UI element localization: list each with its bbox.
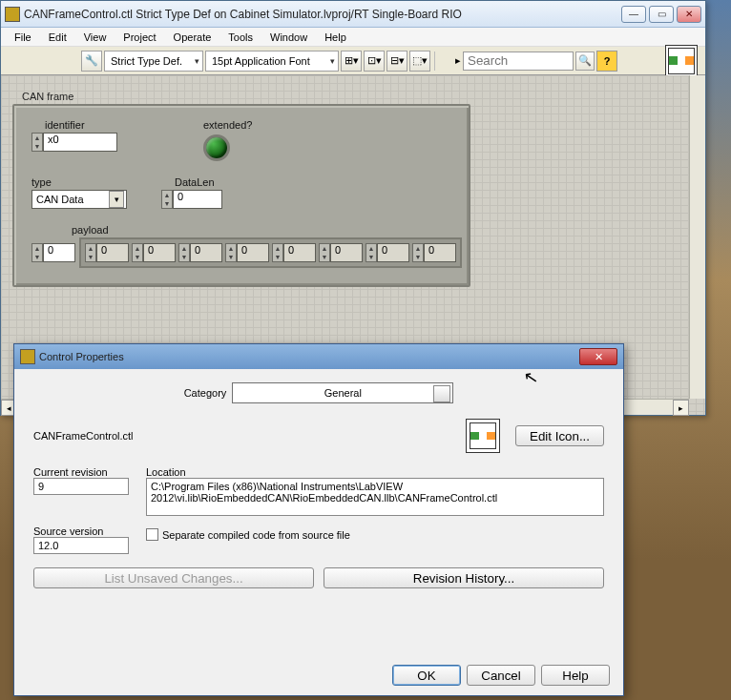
menu-help[interactable]: Help <box>317 30 354 45</box>
maximize-button[interactable]: ▭ <box>649 6 674 23</box>
payload-cell-0[interactable]: 0 <box>96 243 129 262</box>
datalen-spinner[interactable]: ▲▼ <box>161 190 173 209</box>
payload-cell-spinner-4[interactable]: ▲▼ <box>272 243 283 262</box>
menu-window[interactable]: Window <box>262 30 315 45</box>
vi-icon[interactable] <box>665 45 698 77</box>
separate-compiled-label: Separate compiled code from source file <box>162 529 350 541</box>
cluster-label: CAN frame <box>22 91 705 102</box>
app-icon <box>5 7 20 22</box>
payload-cell-6[interactable]: 0 <box>377 243 409 262</box>
category-selector[interactable]: General ▼ <box>232 382 453 403</box>
properties-dialog: Control Properties ✕ ↖ Category General … <box>13 343 624 696</box>
extended-field: extended? <box>203 119 252 161</box>
menu-tools[interactable]: Tools <box>220 30 261 45</box>
search-icon[interactable]: 🔍 <box>575 51 595 71</box>
identifier-field: identifier ▲▼ x0 <box>31 119 117 152</box>
typedef-label: Strict Type Def. <box>111 55 182 67</box>
font-selector[interactable]: 15pt Application Font <box>205 51 339 72</box>
payload-cell-spinner-5[interactable]: ▲▼ <box>319 243 330 262</box>
distribute-button[interactable]: ⊡▾ <box>364 51 385 72</box>
dialog-title-bar[interactable]: Control Properties ✕ <box>14 344 623 369</box>
type-label: type <box>31 176 127 188</box>
category-value: General <box>324 387 362 399</box>
type-field: type CAN Data <box>31 176 127 209</box>
category-label: Category <box>184 387 227 399</box>
extended-label: extended? <box>203 119 252 131</box>
extended-led[interactable] <box>203 134 230 161</box>
menu-view[interactable]: View <box>76 30 115 45</box>
menu-file[interactable]: File <box>7 30 39 45</box>
identifier-spinner[interactable]: ▲▼ <box>31 133 43 152</box>
type-combo[interactable]: CAN Data <box>31 190 127 209</box>
help-button[interactable]: Help <box>541 665 610 686</box>
context-help-button[interactable]: ? <box>596 51 617 72</box>
font-label: 15pt Application Font <box>212 55 310 67</box>
revision-history-button[interactable]: Revision History... <box>324 567 604 588</box>
revision-value: 9 <box>33 478 129 495</box>
dialog-title: Control Properties <box>39 351 579 362</box>
reorder-button[interactable]: ⬚▾ <box>409 51 430 72</box>
search-input[interactable] <box>463 51 574 71</box>
payload-field: payload ▲▼ 0 ▲▼0 ▲▼0 ▲▼0 ▲▼0 ▲▼0 ▲▼0 <box>31 224 451 268</box>
dialog-close-button[interactable]: ✕ <box>579 348 617 365</box>
vi-icon-preview <box>466 419 500 453</box>
window-title: CANFrameControl.ctl Strict Type Def on C… <box>24 8 621 21</box>
datalen-input[interactable]: 0 <box>173 190 222 209</box>
payload-cell-4[interactable]: 0 <box>283 243 316 262</box>
source-version-label: Source version <box>33 525 129 537</box>
payload-cell-spinner-1[interactable]: ▲▼ <box>132 243 143 262</box>
minimize-button[interactable]: — <box>621 6 646 23</box>
toolbar: 🔧 Strict Type Def. 15pt Application Font… <box>1 47 705 75</box>
menu-edit[interactable]: Edit <box>41 30 74 45</box>
vertical-scrollbar[interactable] <box>689 75 705 399</box>
can-frame-cluster[interactable]: identifier ▲▼ x0 extended? type CAN <box>12 104 470 287</box>
payload-cell-7[interactable]: 0 <box>424 243 456 262</box>
edit-mode-button[interactable]: 🔧 <box>81 51 102 72</box>
location-label: Location <box>146 466 604 478</box>
ok-button[interactable]: OK <box>392 665 461 686</box>
payload-cell-1[interactable]: 0 <box>143 243 176 262</box>
edit-icon-button[interactable]: Edit Icon... <box>515 425 604 446</box>
payload-cell-spinner-0[interactable]: ▲▼ <box>85 243 96 262</box>
payload-cell-spinner-2[interactable]: ▲▼ <box>178 243 190 262</box>
title-bar[interactable]: CANFrameControl.ctl Strict Type Def on C… <box>1 1 705 28</box>
separate-compiled-checkbox[interactable]: Separate compiled code from source file <box>146 528 604 541</box>
payload-cell-spinner-7[interactable]: ▲▼ <box>412 243 424 262</box>
payload-label: payload <box>72 224 451 236</box>
list-unsaved-button: List Unsaved Changes... <box>33 567 314 588</box>
payload-array[interactable]: ▲▼0 ▲▼0 ▲▼0 ▲▼0 ▲▼0 ▲▼0 ▲▼0 ▲▼0 <box>79 237 462 268</box>
align-button[interactable]: ⊞▾ <box>341 51 362 72</box>
menu-project[interactable]: Project <box>115 30 163 45</box>
location-value: C:\Program Files (x86)\National Instrume… <box>146 478 604 516</box>
typedef-selector[interactable]: Strict Type Def. <box>104 51 203 72</box>
close-button[interactable]: ✕ <box>677 6 701 23</box>
resize-button[interactable]: ⊟▾ <box>386 51 407 72</box>
menu-bar: File Edit View Project Operate Tools Win… <box>1 28 705 47</box>
payload-cell-3[interactable]: 0 <box>237 243 269 262</box>
checkbox-icon <box>146 528 158 541</box>
dialog-app-icon <box>20 349 35 364</box>
payload-index[interactable]: 0 <box>43 243 75 262</box>
payload-index-spinner[interactable]: ▲▼ <box>31 243 43 262</box>
type-value: CAN Data <box>36 194 84 205</box>
scroll-right-button[interactable]: ▸ <box>673 400 689 416</box>
payload-cell-2[interactable]: 0 <box>190 243 222 262</box>
menu-operate[interactable]: Operate <box>166 30 219 45</box>
revision-label: Current revision <box>33 466 129 478</box>
source-version-value: 12.0 <box>33 537 129 554</box>
payload-cell-5[interactable]: 0 <box>330 243 363 262</box>
cancel-button[interactable]: Cancel <box>467 665 535 686</box>
datalen-field: DataLen ▲▼ 0 <box>161 176 222 209</box>
search-bullet: ▸ <box>455 54 461 67</box>
datalen-label: DataLen <box>175 176 222 188</box>
payload-cell-spinner-3[interactable]: ▲▼ <box>225 243 237 262</box>
control-filename: CANFrameControl.ctl <box>33 430 450 442</box>
identifier-label: identifier <box>45 119 117 131</box>
identifier-input[interactable]: x0 <box>43 133 117 152</box>
payload-cell-spinner-6[interactable]: ▲▼ <box>366 243 377 262</box>
